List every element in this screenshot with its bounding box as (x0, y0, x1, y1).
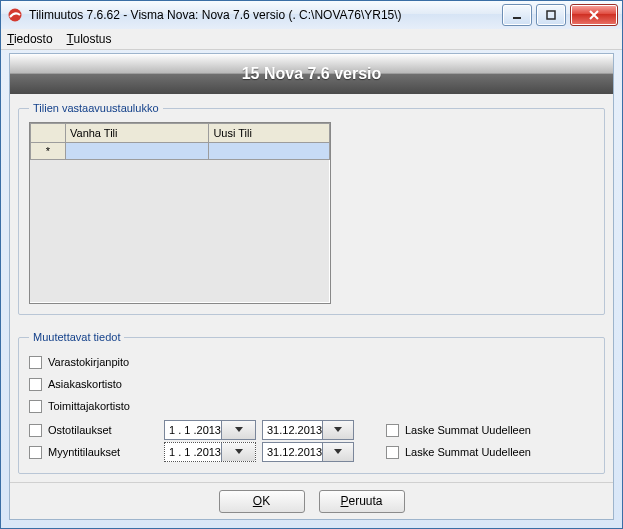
menu-print[interactable]: Tulostus (67, 32, 112, 46)
chevron-down-icon[interactable] (322, 443, 353, 461)
menubar: Tiedosto Tulostus (1, 29, 622, 50)
grid-new-row-marker: * (31, 143, 66, 160)
chk-purchase-orders[interactable] (29, 424, 42, 437)
chk-stock[interactable] (29, 356, 42, 369)
lbl-sales-orders: Myyntitilaukset (48, 446, 158, 458)
ok-button[interactable]: OK (219, 490, 305, 513)
account-mapping-grid[interactable]: Vanha Tili Uusi Tili * (29, 122, 331, 304)
grid-col-new[interactable]: Uusi Tili (209, 124, 330, 143)
date-so-to[interactable]: 31.12.2013 (262, 442, 354, 462)
close-button[interactable] (570, 4, 618, 26)
lbl-customers: Asiakaskortisto (48, 378, 158, 390)
date-so-from-value: 1 . 1 .2013 (169, 446, 221, 458)
lbl-recalc-so: Laske Summat Uudelleen (405, 446, 531, 458)
chevron-down-icon[interactable] (221, 421, 255, 439)
date-po-to-value: 31.12.2013 (267, 424, 322, 436)
lbl-purchase-orders: Ostotilaukset (48, 424, 158, 436)
cancel-button[interactable]: Peruuta (319, 490, 405, 513)
change-data-legend: Muutettavat tiedot (29, 331, 124, 343)
date-po-from[interactable]: 1 . 1 .2013 (164, 420, 256, 440)
grid-cell-old[interactable] (66, 143, 209, 160)
form-body: Tilien vastaavuustaulukko Vanha Tili Uus… (10, 94, 613, 482)
chk-recalc-po[interactable] (386, 424, 399, 437)
date-po-to[interactable]: 31.12.2013 (262, 420, 354, 440)
window-title: Tilimuutos 7.6.62 - Visma Nova: Nova 7.6… (29, 8, 498, 22)
grid-corner (31, 124, 66, 143)
window-controls (498, 4, 618, 26)
change-data-group: Muutettavat tiedot Varastokirjanpito Asi… (18, 331, 605, 474)
date-so-from[interactable]: 1 . 1 .2013 (164, 442, 256, 462)
dialog-footer: OK Peruuta (10, 482, 613, 519)
chevron-down-icon[interactable] (322, 421, 353, 439)
lbl-stock: Varastokirjanpito (48, 356, 158, 368)
svg-rect-1 (513, 17, 521, 19)
date-po-from-value: 1 . 1 .2013 (169, 424, 221, 436)
svg-rect-2 (547, 11, 555, 19)
page-banner: 15 Nova 7.6 versio (10, 54, 613, 94)
application-window: Tilimuutos 7.6.62 - Visma Nova: Nova 7.6… (0, 0, 623, 529)
app-icon (7, 7, 23, 23)
menu-file[interactable]: Tiedosto (7, 32, 53, 46)
grid-cell-new[interactable] (209, 143, 330, 160)
banner-text: 15 Nova 7.6 versio (242, 65, 382, 83)
grid-col-old[interactable]: Vanha Tili (66, 124, 209, 143)
lbl-suppliers: Toimittajakortisto (48, 400, 158, 412)
date-so-to-value: 31.12.2013 (267, 446, 322, 458)
chevron-down-icon[interactable] (221, 443, 255, 461)
lbl-recalc-po: Laske Summat Uudelleen (405, 424, 531, 436)
chk-sales-orders[interactable] (29, 446, 42, 459)
chk-customers[interactable] (29, 378, 42, 391)
account-mapping-legend: Tilien vastaavuustaulukko (29, 102, 163, 114)
client-area: 15 Nova 7.6 versio Tilien vastaavuustaul… (9, 53, 614, 520)
account-mapping-group: Tilien vastaavuustaulukko Vanha Tili Uus… (18, 102, 605, 315)
titlebar: Tilimuutos 7.6.62 - Visma Nova: Nova 7.6… (1, 1, 622, 29)
maximize-button[interactable] (536, 4, 566, 26)
chk-recalc-so[interactable] (386, 446, 399, 459)
minimize-button[interactable] (502, 4, 532, 26)
chk-suppliers[interactable] (29, 400, 42, 413)
